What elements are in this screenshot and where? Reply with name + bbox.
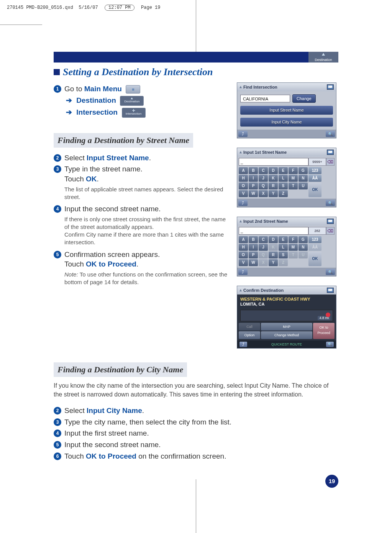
keyboard-icon: ⌨	[327, 84, 334, 90]
call-button[interactable]: Call	[239, 323, 260, 331]
key-O[interactable]: O	[239, 252, 248, 258]
key-V[interactable]: V	[239, 190, 248, 197]
crop-mark	[0, 25, 42, 25]
input-city-name-button[interactable]: Input City Name	[240, 118, 333, 127]
step-b6-text: Touch OK to Proceed on the confirmation …	[64, 451, 226, 461]
section-b-intro: If you know the city name of the interse…	[54, 382, 338, 399]
key-A[interactable]: A	[239, 167, 248, 174]
key-T[interactable]: T	[289, 183, 298, 189]
backspace-button[interactable]: ⌫	[326, 158, 335, 166]
key-B[interactable]: B	[249, 236, 258, 243]
change-method-button[interactable]: Change Method	[261, 331, 312, 339]
backspace-button[interactable]: ⌫	[326, 227, 335, 235]
zoom-button[interactable]: 🔍	[326, 269, 335, 275]
step-a4-sub: If there is only one street crossing wit…	[64, 216, 228, 247]
back-button[interactable]: ⤴	[238, 269, 248, 275]
key-F[interactable]: F	[289, 236, 298, 243]
key-K[interactable]: K	[269, 244, 278, 251]
key-U[interactable]: U	[299, 183, 308, 189]
back-button[interactable]: ⤴	[238, 200, 248, 206]
back-button[interactable]: ⤴	[239, 342, 247, 347]
change-button[interactable]: Change	[292, 94, 316, 103]
step-a3-text: Type in the street name. Touch OK.	[64, 164, 143, 184]
key-R[interactable]: R	[269, 252, 278, 258]
key-X[interactable]: X	[259, 259, 268, 266]
step-badge-5: 5	[54, 251, 61, 258]
key-H[interactable]: H	[239, 244, 248, 251]
street-input[interactable]: _	[239, 227, 308, 235]
screenshot-confirm-destination: Confirm Destination⌨ WESTERN & PACIFIC C…	[237, 286, 336, 349]
address-line-2: LOMITA, CA	[237, 302, 336, 308]
key-E[interactable]: E	[279, 167, 288, 174]
option-button[interactable]: Option	[239, 331, 260, 339]
street-input[interactable]: _	[239, 158, 308, 166]
key-U[interactable]: U	[299, 252, 308, 258]
key-Z[interactable]: Z	[279, 259, 288, 266]
input-street-name-button[interactable]: Input Street Name	[240, 106, 333, 115]
key-Q[interactable]: Q	[259, 183, 268, 189]
key-G[interactable]: G	[299, 167, 308, 174]
key-E[interactable]: E	[279, 236, 288, 243]
key-L[interactable]: L	[279, 175, 288, 182]
key-M[interactable]: M	[289, 244, 298, 251]
zoom-button[interactable]: 🔍	[326, 342, 334, 347]
arrow-icon: ➔	[66, 108, 72, 116]
back-button[interactable]: ⤴	[238, 131, 248, 137]
key-123[interactable]: 123	[308, 236, 321, 243]
key-B[interactable]: B	[249, 167, 258, 174]
key-A[interactable]: A	[239, 236, 248, 243]
key-D[interactable]: D	[269, 236, 278, 243]
key-H[interactable]: H	[239, 175, 248, 182]
step-badge-3: 3	[54, 165, 61, 173]
step-badge-4: 4	[54, 429, 61, 437]
key-Y[interactable]: Y	[269, 259, 278, 266]
flag-icon	[239, 151, 242, 153]
key-Z[interactable]: Z	[279, 190, 288, 197]
key-123[interactable]: 123	[308, 167, 321, 174]
key-N[interactable]: N	[299, 175, 308, 182]
zoom-button[interactable]: 🔍	[326, 131, 335, 137]
key-J[interactable]: J	[259, 244, 268, 251]
key-W[interactable]: W	[249, 259, 258, 266]
key-OK[interactable]: OK	[308, 183, 321, 197]
step-1b-text: ➔ Destination Destination	[66, 95, 144, 106]
key-I[interactable]: I	[249, 244, 258, 251]
key-ÀÄ[interactable]: ÀÄ	[308, 175, 321, 182]
key-G[interactable]: G	[299, 236, 308, 243]
key-W[interactable]: W	[249, 190, 258, 197]
ok-to-proceed-button[interactable]: OK to Proceed	[313, 323, 335, 339]
key-P[interactable]: P	[249, 252, 258, 258]
key-T[interactable]: T	[289, 252, 298, 258]
key-K[interactable]: K	[269, 175, 278, 182]
key-P[interactable]: P	[249, 183, 258, 189]
step-badge-2: 2	[54, 154, 61, 162]
key-OK[interactable]: OK	[308, 252, 321, 266]
key-C[interactable]: C	[259, 236, 268, 243]
key-ÀÄ[interactable]: ÀÄ	[308, 244, 321, 251]
destination-icon: Destination	[120, 96, 144, 106]
key-R[interactable]: R	[269, 183, 278, 189]
page-title: Setting a Destination by Intersection	[54, 67, 338, 77]
state-field[interactable]: CALIFORNIA	[240, 95, 290, 102]
key-O[interactable]: O	[239, 183, 248, 189]
key-X[interactable]: X	[259, 190, 268, 197]
key-M[interactable]: M	[289, 175, 298, 182]
key-Q[interactable]: Q	[259, 252, 268, 258]
key-S[interactable]: S	[279, 252, 288, 258]
key-F[interactable]: F	[289, 167, 298, 174]
zoom-button[interactable]: 🔍	[326, 200, 335, 206]
key-S[interactable]: S	[279, 183, 288, 189]
key-I[interactable]: I	[249, 175, 258, 182]
key-N[interactable]: N	[299, 244, 308, 251]
flag-icon	[239, 289, 242, 291]
key-L[interactable]: L	[279, 244, 288, 251]
key-J[interactable]: J	[259, 175, 268, 182]
flag-icon	[239, 86, 242, 88]
key-Y[interactable]: Y	[269, 190, 278, 197]
key-V[interactable]: V	[239, 259, 248, 266]
map-button[interactable]: MAP	[261, 323, 312, 331]
key-C[interactable]: C	[259, 167, 268, 174]
key-D[interactable]: D	[269, 167, 278, 174]
destination-tab: Destination	[308, 52, 338, 63]
step-b5-text: Input the second street name.	[64, 440, 161, 450]
